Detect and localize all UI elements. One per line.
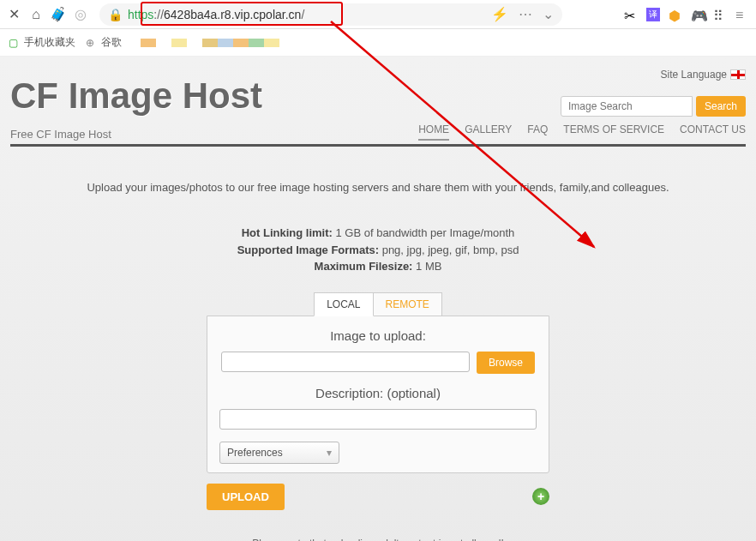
upload-limits: Hot Linking limit: 1 GB of bandwidth per… xyxy=(10,225,746,275)
home-icon[interactable]: ⌂ xyxy=(29,8,43,21)
gamepad-icon[interactable]: 🎮 xyxy=(691,8,705,21)
upload-footnote: Please note that uploading adult content… xyxy=(10,536,746,542)
chevron-down-icon: ▾ xyxy=(327,447,332,459)
description-input[interactable] xyxy=(219,409,537,430)
site-logo: CF Image Host xyxy=(10,75,262,117)
flag-icon xyxy=(730,69,746,80)
briefcase-icon[interactable]: 🧳 xyxy=(51,8,65,21)
intro-text: Upload your images/photos to our free im… xyxy=(10,181,746,194)
bookmarks-bar: ▢ 手机收藏夹 ⊕ 谷歌 xyxy=(0,29,756,57)
bookmark-item[interactable]: ▢ 手机收藏夹 xyxy=(9,35,75,50)
lock-icon: 🔒 xyxy=(108,8,123,21)
scissors-icon[interactable]: ✂ xyxy=(624,8,638,21)
url-bar[interactable]: 🔒 https://6428ba4a.r8.vip.cpolar.cn/ ⚡ ⋯… xyxy=(99,3,562,26)
globe-icon: ⊕ xyxy=(86,37,98,49)
language-selector[interactable]: Site Language xyxy=(661,69,746,81)
url-text: https://6428ba4a.r8.vip.cpolar.cn/ xyxy=(128,8,304,21)
bookmark-item[interactable]: ⊕ 谷歌 xyxy=(86,35,122,50)
shield-icon[interactable]: ⬢ xyxy=(669,8,682,21)
image-to-upload-label: Image to upload: xyxy=(219,328,537,343)
tagline: Free CF Image Host xyxy=(10,128,111,141)
tab-remote[interactable]: REMOTE xyxy=(374,292,442,316)
file-path-input[interactable] xyxy=(221,352,470,372)
browser-toolbar: ✕ ⌂ 🧳 ◎ 🔒 https://6428ba4a.r8.vip.cpolar… xyxy=(0,0,756,29)
chevron-down-icon[interactable]: ⌄ xyxy=(543,6,554,22)
search-button[interactable]: Search xyxy=(696,96,746,117)
nav-gallery[interactable]: GALLERY xyxy=(465,123,512,141)
more-icon[interactable]: ⋯ xyxy=(519,6,532,22)
tab-local[interactable]: LOCAL xyxy=(314,292,373,316)
nav-home[interactable]: HOME xyxy=(418,123,449,141)
description-label: Description: (optional) xyxy=(219,386,537,400)
add-more-icon[interactable]: + xyxy=(532,488,549,505)
apps-icon[interactable]: ⠿ xyxy=(713,8,727,21)
site-info-icon[interactable]: ◎ xyxy=(74,8,87,21)
browse-button[interactable]: Browse xyxy=(477,352,535,374)
upload-button[interactable]: UPLOAD xyxy=(207,484,285,510)
search-input[interactable] xyxy=(561,96,693,117)
upload-panel: LOCAL REMOTE Image to upload: Browse Des… xyxy=(207,292,549,510)
search-box: Search xyxy=(561,96,746,117)
translate-icon[interactable]: 译 xyxy=(646,8,660,21)
menu-icon[interactable]: ≡ xyxy=(735,8,749,21)
main-nav: HOME GALLERY FAQ TERMS OF SERVICE CONTAC… xyxy=(418,123,746,141)
color-strip xyxy=(141,39,295,47)
bookmark-icon: ▢ xyxy=(9,37,21,49)
nav-contact[interactable]: CONTACT US xyxy=(680,123,746,141)
close-icon[interactable]: ✕ xyxy=(7,8,21,21)
page-body: Site Language CF Image Host Search Free … xyxy=(0,57,756,541)
nav-faq[interactable]: FAQ xyxy=(527,123,548,141)
preferences-dropdown[interactable]: Preferences ▾ xyxy=(219,442,339,464)
flash-icon[interactable]: ⚡ xyxy=(491,6,508,22)
nav-tos[interactable]: TERMS OF SERVICE xyxy=(563,123,664,141)
